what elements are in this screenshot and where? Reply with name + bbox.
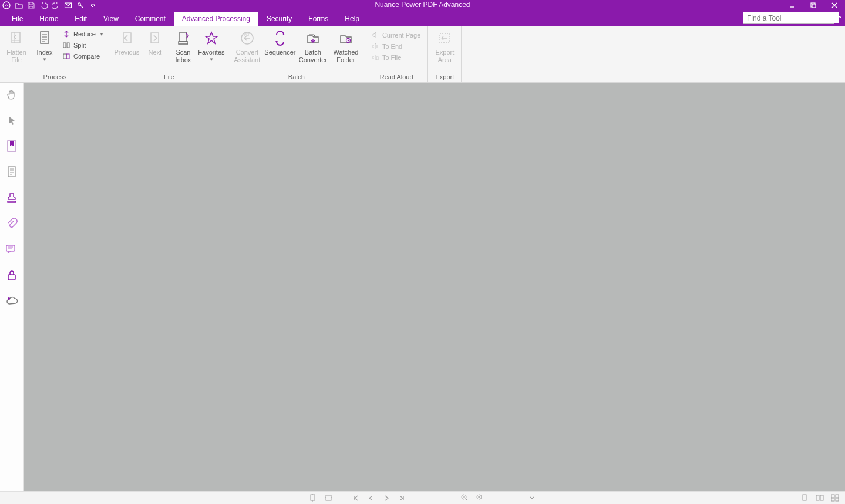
close-button[interactable] — [824, 0, 845, 11]
tab-file[interactable]: File — [4, 12, 31, 26]
fit-width-icon[interactable] — [325, 494, 333, 502]
hand-tool-icon[interactable] — [5, 87, 19, 102]
facing-view-icon[interactable] — [831, 494, 839, 502]
mail-icon[interactable] — [64, 1, 72, 9]
quick-access-toolbar — [0, 1, 97, 9]
tab-view[interactable]: View — [95, 12, 127, 26]
tab-help[interactable]: Help — [336, 12, 368, 26]
speak-end-icon — [371, 42, 379, 50]
group-label: Export — [430, 72, 459, 82]
comments-panel-icon[interactable] — [5, 242, 19, 256]
to-end-button[interactable]: To End — [369, 42, 423, 51]
last-page-icon[interactable] — [398, 494, 406, 502]
zoom-dropdown-icon[interactable] — [528, 494, 536, 502]
tab-forms[interactable]: Forms — [300, 12, 336, 26]
export-area-button[interactable]: Export Area — [430, 28, 459, 64]
previous-button[interactable]: Previous — [113, 28, 141, 56]
tab-security[interactable]: Security — [258, 12, 300, 26]
sequencer-button[interactable]: Sequencer — [264, 28, 297, 56]
maximize-button[interactable] — [803, 0, 824, 11]
ribbon-tabs: File Home Edit View Comment Advanced Pro… — [0, 12, 368, 26]
find-tool-input[interactable] — [743, 12, 839, 23]
find-tool-box — [743, 12, 834, 24]
chevron-down-icon: ▼ — [209, 57, 214, 62]
tabs-row: File Home Edit View Comment Advanced Pro… — [0, 11, 845, 26]
zoom-in-icon[interactable] — [476, 494, 484, 502]
save-icon[interactable] — [27, 1, 35, 9]
flatten-icon — [7, 29, 26, 48]
fit-page-icon[interactable] — [309, 494, 318, 502]
watched-folder-icon — [336, 29, 355, 48]
select-arrow-icon[interactable] — [5, 113, 19, 127]
split-button[interactable]: Split — [60, 40, 105, 50]
document-canvas — [24, 83, 845, 491]
work-area — [0, 83, 845, 491]
scan-inbox-button[interactable]: Scan Inbox — [169, 28, 197, 64]
status-view-modes — [800, 494, 839, 502]
ribbon: Flatten File Index ▼ Reduce ▾ Split — [0, 26, 845, 83]
svg-text:PDF: PDF — [244, 33, 250, 36]
svg-rect-8 — [63, 43, 66, 48]
convert-assistant-icon: PDF — [238, 29, 257, 48]
cloud-panel-icon[interactable] — [5, 294, 19, 308]
current-page-button[interactable]: Current Page — [369, 31, 423, 40]
bookmarks-panel-icon[interactable] — [5, 139, 19, 153]
svg-rect-22 — [8, 167, 15, 177]
tab-comment[interactable]: Comment — [127, 12, 174, 26]
next-button[interactable]: Next — [141, 28, 169, 56]
group-file: Previous Next Scan Inbox Favorites ▼ Fil… — [110, 26, 228, 82]
group-export: Export Area Export — [428, 26, 462, 82]
svg-rect-11 — [66, 54, 69, 59]
svg-rect-13 — [151, 33, 159, 43]
batch-converter-button[interactable]: Batch Converter — [297, 28, 329, 64]
pages-panel-icon[interactable] — [5, 165, 19, 179]
group-label: Process — [2, 72, 107, 82]
svg-rect-33 — [831, 495, 834, 498]
minimize-button[interactable] — [782, 0, 803, 11]
prev-page-icon[interactable] — [367, 494, 375, 502]
next-page-icon[interactable] — [382, 494, 390, 502]
app-title: Nuance Power PDF Advanced — [375, 1, 470, 9]
continuous-view-icon[interactable] — [816, 494, 824, 502]
svg-rect-31 — [816, 495, 819, 500]
watched-folder-button[interactable]: Watched Folder — [329, 28, 362, 64]
tool-icon[interactable] — [76, 1, 85, 9]
security-panel-icon[interactable] — [5, 268, 19, 282]
speak-page-icon — [371, 31, 379, 39]
collapse-ribbon-icon[interactable] — [836, 13, 844, 21]
svg-rect-32 — [820, 495, 823, 500]
tab-advanced-processing[interactable]: Advanced Processing — [174, 12, 258, 26]
index-button[interactable]: Index ▼ — [31, 28, 59, 62]
redo-icon[interactable] — [52, 1, 60, 9]
svg-point-2 — [78, 3, 80, 5]
tab-edit[interactable]: Edit — [66, 12, 95, 26]
zoom-out-icon[interactable] — [461, 494, 469, 502]
stamp-panel-icon[interactable] — [5, 191, 19, 205]
favorites-icon — [202, 29, 221, 48]
window-controls — [782, 0, 845, 11]
single-page-view-icon[interactable] — [800, 494, 809, 502]
svg-rect-10 — [63, 54, 66, 59]
svg-rect-36 — [836, 498, 839, 501]
favorites-button[interactable]: Favorites ▼ — [197, 28, 225, 62]
svg-rect-34 — [836, 495, 839, 498]
compare-button[interactable]: Compare — [60, 52, 105, 61]
to-file-button[interactable]: To File — [369, 53, 423, 62]
svg-rect-23 — [6, 245, 15, 251]
attachments-panel-icon[interactable] — [5, 217, 19, 231]
tab-home[interactable]: Home — [31, 12, 66, 26]
speak-file-icon — [371, 53, 379, 62]
group-label: Batch — [231, 72, 362, 82]
convert-assistant-button[interactable]: PDF Convert Assistant — [231, 28, 264, 64]
scan-inbox-icon — [174, 29, 193, 48]
group-label: Read Aloud — [368, 72, 425, 82]
open-icon[interactable] — [15, 1, 23, 9]
reduce-button[interactable]: Reduce ▾ — [60, 29, 105, 39]
svg-rect-30 — [803, 495, 806, 500]
qat-dropdown-icon[interactable] — [89, 1, 97, 9]
svg-point-0 — [3, 2, 10, 9]
status-nav — [309, 494, 536, 502]
first-page-icon[interactable] — [352, 494, 360, 502]
flatten-file-button[interactable]: Flatten File — [2, 28, 31, 64]
undo-icon[interactable] — [39, 1, 48, 9]
